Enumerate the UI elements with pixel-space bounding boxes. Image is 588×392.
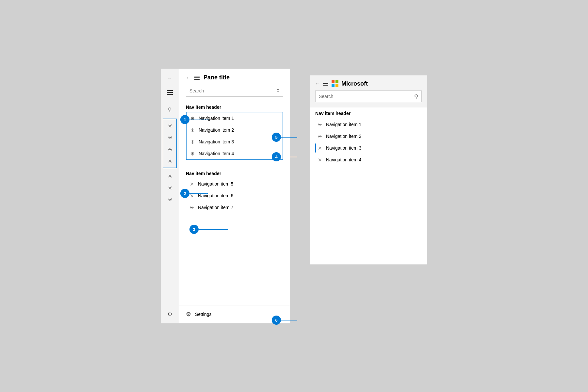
nav-item-4-icon: ✳	[190, 151, 195, 156]
right-nav-item-2-label: Navigation item 2	[326, 134, 361, 139]
collapsed-settings-icon[interactable]: ⚙	[165, 309, 175, 319]
nav-section-1-header: Nav item header	[186, 102, 283, 112]
nav-section-2-header: Nav item header	[186, 168, 283, 178]
collapsed-hamburger-button[interactable]	[165, 87, 175, 98]
right-panel-header: ← Microsoft	[310, 75, 427, 90]
ms-square-blue	[332, 84, 335, 87]
ms-square-green	[335, 80, 338, 83]
right-search-input[interactable]	[319, 94, 414, 99]
panel-header: ← Pane title	[179, 69, 290, 85]
nav-item-2-icon: ✳	[190, 128, 195, 133]
ms-square-yellow	[335, 84, 338, 87]
right-nav-item-1-icon: ✳	[318, 122, 322, 127]
right-nav-item-3-label: Navigation item 3	[326, 145, 361, 151]
right-search-icon: ⚲	[414, 93, 418, 100]
right-nav-item-2[interactable]: ✳ Navigation item 2	[315, 130, 422, 142]
callout-3: 3	[189, 225, 199, 234]
callout-line-3	[199, 229, 228, 230]
right-nav-item-1[interactable]: ✳ Navigation item 1	[315, 119, 422, 130]
callout-1: 1	[180, 115, 189, 124]
collapsed-search-button[interactable]: ⚲	[165, 104, 175, 115]
nav-section-1: Nav item header ✳ Navigation item 1 ✳ Na…	[179, 102, 290, 161]
nav-item-7[interactable]: ✳ Navigation item 7	[186, 202, 283, 213]
callout-line-5	[281, 137, 297, 138]
collapsed-nav-icon-7[interactable]: ✳	[165, 194, 175, 205]
panel-hamburger-button[interactable]	[194, 76, 200, 80]
collapsed-nav-icon-5[interactable]: ✳	[165, 171, 175, 181]
expanded-search-input[interactable]	[189, 88, 276, 93]
right-nav-item-2-icon: ✳	[318, 134, 322, 139]
nav-item-6[interactable]: ✳ Navigation item 6	[186, 190, 283, 202]
expanded-search-box[interactable]: ⚲	[186, 85, 283, 97]
collapsed-nav-icon-2[interactable]: ✳	[165, 132, 175, 143]
right-nav-item-1-label: Navigation item 1	[326, 122, 361, 127]
nav-item-6-label: Navigation item 6	[198, 193, 233, 198]
nav-item-4[interactable]: ✳ Navigation item 4	[187, 148, 283, 159]
nav-section-2: Nav item header ✳ Navigation item 5 ✳ Na…	[179, 168, 290, 213]
nav-item-7-icon: ✳	[190, 205, 194, 210]
ms-square-red	[332, 80, 335, 83]
collapsed-nav-icon-3[interactable]: ✳	[165, 144, 175, 155]
right-nav-section: Nav item header ✳ Navigation item 1 ✳ Na…	[310, 107, 427, 264]
callout-6: 6	[272, 316, 281, 325]
right-nav-item-3[interactable]: ✳ Navigation item 3	[315, 142, 422, 154]
nav-item-3-label: Navigation item 3	[199, 139, 234, 144]
expanded-panel: ← Pane title ⚲ Nav item header ✳ Navigat…	[179, 69, 290, 323]
nav-item-3-icon: ✳	[190, 139, 195, 144]
collapsed-nav-icon-1[interactable]: ✳	[165, 121, 175, 131]
panel-back-button[interactable]: ←	[186, 75, 190, 80]
collapsed-nav-icon-4[interactable]: ✳	[165, 156, 175, 166]
right-nav-header: Nav item header	[315, 107, 422, 119]
collapsed-nav-icon-6[interactable]: ✳	[165, 183, 175, 193]
right-panel: ← Microsoft ⚲ Nav item header ✳	[310, 75, 427, 265]
callout-2: 2	[180, 189, 189, 198]
nav-item-5[interactable]: ✳ Navigation item 5	[186, 178, 283, 190]
right-search-box[interactable]: ⚲	[315, 90, 422, 102]
panel-title: Pane title	[204, 74, 230, 81]
nav-item-2-label: Navigation item 2	[199, 127, 234, 133]
nav-item-3[interactable]: ✳ Navigation item 3	[187, 136, 283, 148]
nav-item-2[interactable]: ✳ Navigation item 2	[187, 124, 283, 136]
nav-item-1-label: Navigation item 1	[199, 116, 234, 121]
nav-item-5-label: Navigation item 5	[198, 181, 233, 187]
ms-brand-name: Microsoft	[341, 80, 368, 87]
nav-group-box: ✳ Navigation item 1 ✳ Navigation item 2 …	[186, 112, 283, 160]
nav-item-7-label: Navigation item 7	[198, 205, 233, 210]
right-back-button[interactable]: ←	[315, 81, 320, 86]
callout-5: 5	[272, 133, 281, 142]
ms-logo: Microsoft	[332, 80, 368, 87]
right-hamburger-button[interactable]	[323, 82, 328, 86]
collapsed-back-button[interactable]: ←	[165, 73, 175, 83]
nav-item-5-icon: ✳	[190, 182, 194, 187]
footer-settings-label[interactable]: Settings	[195, 312, 212, 317]
collapsed-sidebar: ← ⚲ ✳ ✳ ✳ ✳ ✳ ✳ ✳ ⚙	[161, 69, 179, 323]
nav-item-4-label: Navigation item 4	[199, 151, 234, 156]
nav-item-6-icon: ✳	[190, 193, 194, 198]
nav-item-1-icon: ✳	[190, 116, 195, 121]
right-nav-item-4[interactable]: ✳ Navigation item 4	[315, 154, 422, 166]
nav-item-1[interactable]: ✳ Navigation item 1	[187, 112, 283, 124]
collapsed-nav-group: ✳ ✳ ✳ ✳	[163, 119, 177, 168]
right-nav-item-4-icon: ✳	[318, 157, 322, 162]
right-nav-item-3-icon: ✳	[318, 146, 322, 151]
callout-line-2	[189, 193, 208, 194]
section-divider	[186, 163, 283, 163]
callout-4: 4	[272, 152, 281, 161]
callout-line-6	[281, 320, 297, 320]
ms-squares-icon	[332, 80, 339, 87]
callout-line-4	[281, 157, 297, 157]
callout-line-1	[189, 120, 209, 120]
expanded-search-icon: ⚲	[276, 88, 280, 93]
footer-settings-icon: ⚙	[186, 311, 191, 318]
right-nav-item-4-label: Navigation item 4	[326, 157, 361, 162]
